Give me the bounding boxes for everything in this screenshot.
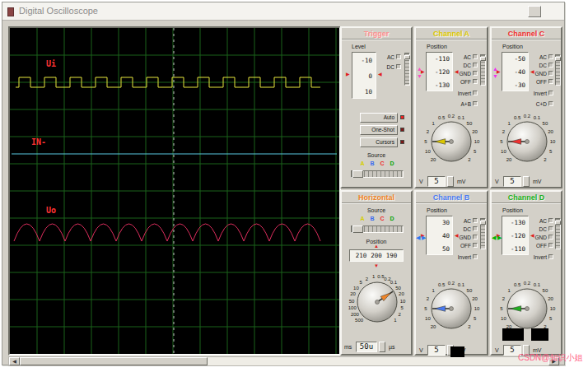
channel-b-position-display[interactable]: 30 40 50 <box>426 216 453 255</box>
invert-toggle[interactable] <box>473 254 478 259</box>
position-value: -130 <box>502 216 528 230</box>
sum-toggle[interactable] <box>473 101 478 106</box>
coupling-ac-radio[interactable] <box>473 218 478 223</box>
coupling-ac-radio[interactable] <box>548 218 553 223</box>
trigger-level-display[interactable]: -10 0 10 <box>352 52 376 99</box>
source-d-label: D <box>388 216 396 221</box>
channel-c-panel: Channel C Position -50 -40 -30 ▶ ◀ ▲ ▼ A… <box>490 26 562 188</box>
unit-volts[interactable]: V <box>495 179 499 184</box>
unit-volts[interactable]: V <box>419 179 423 184</box>
channel-a-scale-knob[interactable]: 20105210.50.20.150201052 <box>417 110 486 173</box>
sum-label: C+D <box>536 101 547 107</box>
svg-text:50: 50 <box>543 121 548 126</box>
svg-text:5: 5 <box>549 149 553 154</box>
invert-label: Invert <box>458 91 471 96</box>
trigger-ac-radio[interactable] <box>396 54 401 59</box>
channel-c-offset-slider[interactable] <box>555 54 561 86</box>
coupling-off-radio[interactable] <box>548 79 553 84</box>
invert-toggle[interactable] <box>548 91 553 95</box>
unit-volts[interactable]: V <box>495 347 499 353</box>
trace-offset-down-icon[interactable]: ▼ <box>492 73 498 79</box>
coupling-dc-radio[interactable] <box>548 226 553 231</box>
cursors-button[interactable]: Cursors <box>360 137 398 147</box>
unit-us[interactable]: µs <box>389 344 395 350</box>
svg-text:2: 2 <box>544 157 547 162</box>
source-label: Source <box>342 152 411 158</box>
trigger-level-slider[interactable] <box>404 53 410 86</box>
svg-text:50: 50 <box>467 288 473 293</box>
channel-c-position-display[interactable]: -50 -40 -30 <box>502 52 529 91</box>
coupling-ac-label: AC <box>464 218 471 224</box>
window-control-button[interactable] <box>528 6 541 17</box>
svg-text:20: 20 <box>399 291 404 296</box>
channel-a-panel: Channel A Position -110 -120 -130 ▶ ◀ ▲ … <box>414 26 488 188</box>
sum-toggle[interactable] <box>548 101 553 106</box>
scale-stepper[interactable] <box>447 176 454 187</box>
source-b-label: B <box>368 216 376 221</box>
unit-millivolts[interactable]: mV <box>533 179 542 184</box>
coupling-off-radio[interactable] <box>473 243 478 248</box>
trace-offset-right-icon[interactable]: ▶ <box>422 235 426 240</box>
coupling-off-radio[interactable] <box>548 243 553 248</box>
coupling-ac-radio[interactable] <box>548 54 553 59</box>
trace-offset-up-icon[interactable]: ▲ <box>417 66 422 72</box>
channel-d-position-display[interactable]: -130 -120 -110 <box>502 216 529 255</box>
trace-label-in: IN- <box>31 137 46 146</box>
trace-offset-right-icon[interactable]: ▶ <box>497 235 502 240</box>
unit-millivolts[interactable]: mV <box>457 179 466 184</box>
svg-text:2: 2 <box>427 129 430 134</box>
scale-stepper[interactable] <box>379 342 385 352</box>
channel-a-scale-value: 5 <box>427 176 446 187</box>
trigger-source-slider[interactable] <box>351 170 404 178</box>
trace-offset-left-icon[interactable]: ◀ <box>416 235 420 240</box>
invert-toggle[interactable] <box>473 91 478 95</box>
svg-text:5: 5 <box>500 306 503 311</box>
coupling-dc-label: DC <box>539 63 547 68</box>
scrollbar-thumb[interactable] <box>20 357 208 365</box>
svg-text:50: 50 <box>349 299 355 304</box>
svg-text:50: 50 <box>467 121 473 126</box>
channel-a-position-display[interactable]: -110 -120 -130 <box>426 52 453 91</box>
horizontal-source-slider[interactable] <box>351 226 404 233</box>
coupling-gnd-label: GND <box>535 71 547 77</box>
channel-a-offset-slider[interactable] <box>480 54 486 86</box>
invert-toggle[interactable] <box>548 254 553 259</box>
channel-d-offset-slider[interactable] <box>555 218 561 249</box>
trace-offset-left-icon[interactable]: ◀ <box>492 235 496 240</box>
coupling-gnd-radio[interactable] <box>548 71 553 76</box>
scroll-left-icon[interactable]: ◀ <box>9 357 20 365</box>
coupling-off-radio[interactable] <box>473 79 478 84</box>
coupling-gnd-radio[interactable] <box>473 235 478 239</box>
trace-offset-down-icon[interactable]: ▼ <box>417 73 422 79</box>
trace-offset-up-icon[interactable]: ▲ <box>492 66 498 72</box>
position-up-icon[interactable]: ▲ <box>374 244 379 249</box>
coupling-dc-radio[interactable] <box>473 63 478 67</box>
coupling-dc-radio[interactable] <box>548 63 553 67</box>
svg-text:10: 10 <box>353 286 359 291</box>
channel-b-offset-slider[interactable] <box>480 218 486 249</box>
coupling-gnd-radio[interactable] <box>473 71 478 76</box>
channel-c-scale-knob[interactable]: 20105210.50.20.150201052 <box>492 110 562 173</box>
position-down-icon[interactable]: ▼ <box>374 263 379 269</box>
scope-display: Ui IN- Uo <box>8 26 341 356</box>
coupling-gnd-label: GND <box>460 71 471 77</box>
position-value: -130 <box>427 79 452 92</box>
unit-volts[interactable]: V <box>419 347 423 353</box>
time-scale-knob[interactable]: 5002001005020105210.50.20.1502010521 <box>343 271 412 333</box>
coupling-dc-radio[interactable] <box>473 226 478 231</box>
horizontal-scrollbar[interactable]: ◀ ▶ <box>8 356 560 366</box>
unit-ms[interactable]: ms <box>344 344 352 350</box>
channel-b-scale-knob[interactable]: 20105210.50.20.150201052 <box>417 277 486 340</box>
title-bar[interactable]: Digital Oscilloscope <box>2 2 564 21</box>
svg-text:10: 10 <box>474 139 480 144</box>
coupling-gnd-radio[interactable] <box>548 235 553 239</box>
trigger-dc-radio[interactable] <box>396 64 401 69</box>
one-shot-button[interactable]: One-Shot <box>360 125 398 135</box>
svg-text:10: 10 <box>501 316 506 321</box>
position-label: Position <box>427 207 447 213</box>
coupling-ac-radio[interactable] <box>473 54 478 59</box>
auto-button[interactable]: Auto <box>360 113 398 123</box>
svg-text:10: 10 <box>474 306 480 311</box>
horizontal-position-display[interactable]: 210 200 190 <box>349 249 404 262</box>
scale-stepper[interactable] <box>523 176 530 187</box>
